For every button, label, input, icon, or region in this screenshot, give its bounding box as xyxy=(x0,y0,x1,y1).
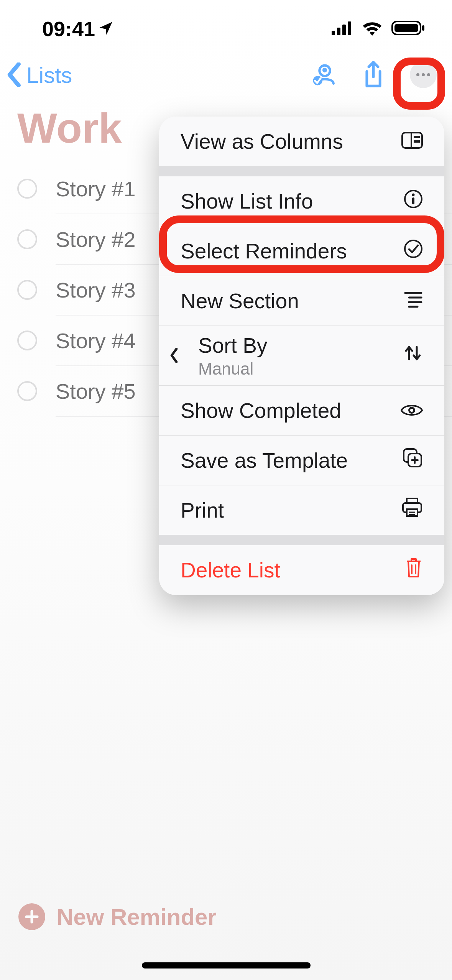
collaborate-button[interactable] xyxy=(310,61,337,88)
svg-point-8 xyxy=(322,68,327,72)
printer-icon xyxy=(401,498,423,523)
chevron-left-icon xyxy=(169,344,179,368)
annotation-highlight-more xyxy=(393,58,445,110)
menu-save-template[interactable]: Save as Template xyxy=(159,436,444,485)
share-button[interactable] xyxy=(360,61,387,88)
chevron-left-icon xyxy=(6,62,23,87)
reminder-title: Story #4 xyxy=(56,328,136,353)
info-icon xyxy=(404,189,423,214)
menu-item-label: Show Completed xyxy=(181,398,341,423)
home-indicator xyxy=(142,962,311,968)
menu-item-label: Print xyxy=(181,498,224,523)
list-indent-icon xyxy=(404,289,423,313)
location-icon xyxy=(98,17,113,41)
back-button[interactable]: Lists xyxy=(6,62,72,88)
menu-item-label: Save as Template xyxy=(181,448,348,473)
menu-item-label: Delete List xyxy=(181,558,280,582)
reminder-title: Story #1 xyxy=(56,176,136,201)
menu-sort-by[interactable]: Sort By Manual xyxy=(159,326,444,386)
status-time: 09:41 xyxy=(42,17,113,41)
menu-show-completed[interactable]: Show Completed xyxy=(159,386,444,436)
completion-circle-icon[interactable] xyxy=(17,381,37,401)
reminder-title: Story #2 xyxy=(56,227,136,252)
svg-rect-6 xyxy=(422,25,424,31)
svg-rect-2 xyxy=(342,25,346,35)
menu-item-sublabel: Manual xyxy=(198,359,267,378)
svg-point-26 xyxy=(410,409,413,412)
sort-arrows-icon xyxy=(403,343,423,368)
reminder-title: Story #3 xyxy=(56,278,136,303)
menu-item-label: View as Columns xyxy=(181,129,343,154)
battery-icon xyxy=(391,20,425,38)
svg-rect-1 xyxy=(337,28,340,35)
svg-point-18 xyxy=(412,193,415,196)
svg-rect-16 xyxy=(414,140,420,143)
template-plus-icon xyxy=(402,447,423,473)
menu-print[interactable]: Print xyxy=(159,485,444,535)
new-reminder-button[interactable]: New Reminder xyxy=(18,903,217,930)
status-time-text: 09:41 xyxy=(42,17,95,41)
completion-circle-icon[interactable] xyxy=(17,179,37,199)
menu-view-as-columns[interactable]: View as Columns xyxy=(159,117,444,166)
menu-separator xyxy=(159,166,444,176)
new-reminder-label: New Reminder xyxy=(57,904,217,930)
status-bar: 09:41 xyxy=(0,0,452,50)
back-label: Lists xyxy=(26,62,72,88)
person-badge-icon xyxy=(311,62,336,87)
completion-circle-icon[interactable] xyxy=(17,229,37,249)
menu-item-label: New Section xyxy=(181,289,299,313)
plus-circle-icon xyxy=(18,903,45,930)
menu-new-section[interactable]: New Section xyxy=(159,276,444,326)
completion-circle-icon[interactable] xyxy=(17,331,37,350)
svg-rect-5 xyxy=(394,24,418,32)
reminder-title: Story #5 xyxy=(56,379,136,404)
svg-rect-19 xyxy=(412,197,414,204)
menu-delete-list[interactable]: Delete List xyxy=(159,545,444,595)
cellular-icon xyxy=(332,21,353,37)
trash-icon xyxy=(404,557,423,583)
wifi-icon xyxy=(362,20,383,37)
menu-separator xyxy=(159,535,444,545)
nav-bar: Lists xyxy=(0,50,452,100)
menu-item-label: Show List Info xyxy=(181,189,313,214)
menu-item-label: Sort By xyxy=(198,333,267,358)
share-icon xyxy=(363,61,384,89)
columns-icon xyxy=(401,129,423,154)
eye-icon xyxy=(401,398,423,423)
status-right-icons xyxy=(332,20,425,38)
svg-rect-3 xyxy=(348,21,351,35)
svg-rect-15 xyxy=(414,136,420,138)
annotation-highlight-select xyxy=(159,215,444,273)
completion-circle-icon[interactable] xyxy=(17,280,37,300)
context-menu: View as Columns Show List Info Select Re… xyxy=(159,117,444,595)
svg-rect-0 xyxy=(332,31,335,35)
